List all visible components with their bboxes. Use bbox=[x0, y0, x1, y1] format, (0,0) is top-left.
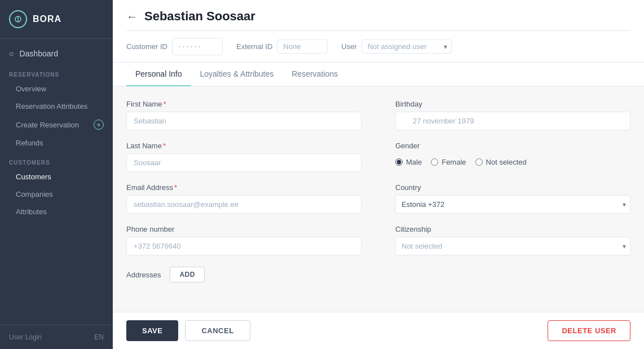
addresses-row: Addresses ADD bbox=[126, 267, 361, 282]
external-id-label: External ID bbox=[236, 42, 272, 51]
add-address-button[interactable]: ADD bbox=[170, 267, 205, 282]
gender-female-option[interactable]: Female bbox=[431, 158, 466, 166]
language-label[interactable]: EN bbox=[94, 333, 104, 341]
gender-male-option[interactable]: Male bbox=[395, 158, 422, 166]
gender-not-selected-radio[interactable] bbox=[475, 158, 483, 166]
first-name-field: First Name* bbox=[126, 100, 361, 130]
sidebar-item-dashboard[interactable]: ○ Dashboard bbox=[0, 43, 113, 64]
gender-female-label: Female bbox=[442, 158, 466, 166]
birthday-input[interactable] bbox=[395, 112, 630, 130]
footer-left: SAVE CANCEL bbox=[126, 320, 250, 341]
email-input[interactable] bbox=[126, 195, 361, 214]
gender-male-label: Male bbox=[406, 158, 422, 166]
country-select-wrapper: Estonia +372 ▾ bbox=[395, 195, 630, 214]
phone-label: Phone number bbox=[126, 225, 361, 233]
main-content: ← Sebastian Soosaar Customer ID External… bbox=[113, 0, 644, 349]
form-area: First Name* Birthday 📅 Last Name* bbox=[113, 86, 644, 312]
gender-female-radio[interactable] bbox=[431, 158, 438, 166]
sidebar-item-create-reservation[interactable]: Create Reservation + bbox=[0, 115, 113, 134]
sidebar-category-reservations: RESERVATIONS bbox=[0, 64, 113, 80]
citizenship-field: Citizenship Not selected ▾ bbox=[395, 225, 630, 255]
page-title: Sebastian Soosaar bbox=[144, 9, 255, 24]
gender-not-selected-option[interactable]: Not selected bbox=[475, 158, 527, 166]
delete-user-button[interactable]: DELETE USER bbox=[548, 320, 630, 341]
addresses-label: Addresses bbox=[126, 271, 161, 279]
logo-icon bbox=[9, 10, 27, 28]
tab-personal-info[interactable]: Personal Info bbox=[126, 63, 191, 86]
country-select[interactable]: Estonia +372 bbox=[395, 195, 630, 214]
sidebar-item-refunds[interactable]: Refunds bbox=[0, 134, 113, 152]
sidebar-category-customers: CUSTOMERS bbox=[0, 152, 113, 168]
sidebar: BORA ○ Dashboard RESERVATIONS Overview R… bbox=[0, 0, 113, 349]
country-label: Country bbox=[395, 183, 630, 192]
header-fields: Customer ID External ID User Not assigne… bbox=[126, 31, 630, 62]
logo-text: BORA bbox=[33, 14, 61, 24]
last-name-input[interactable] bbox=[126, 153, 361, 172]
save-button[interactable]: SAVE bbox=[126, 320, 178, 341]
user-field: User Not assigned user ▾ bbox=[341, 39, 451, 54]
customer-id-label: Customer ID bbox=[126, 42, 167, 51]
user-select-wrapper: Not assigned user ▾ bbox=[361, 39, 452, 54]
birthday-label: Birthday bbox=[395, 100, 630, 108]
gender-radio-group: Male Female Not selected bbox=[395, 153, 630, 171]
last-name-field: Last Name* bbox=[126, 142, 361, 172]
citizenship-select-wrapper: Not selected ▾ bbox=[395, 237, 630, 255]
user-login-label[interactable]: User Login bbox=[9, 333, 42, 341]
tabs-bar: Personal Info Loyalties & Attributes Res… bbox=[113, 63, 644, 86]
country-field: Country Estonia +372 ▾ bbox=[395, 183, 630, 214]
birthday-wrapper: 📅 bbox=[395, 112, 630, 130]
customer-id-input[interactable] bbox=[172, 38, 223, 55]
first-name-label: First Name* bbox=[126, 100, 361, 108]
user-select[interactable]: Not assigned user bbox=[361, 39, 452, 54]
customer-id-field: Customer ID bbox=[126, 38, 223, 55]
tab-reservations[interactable]: Reservations bbox=[283, 63, 347, 86]
form-grid: First Name* Birthday 📅 Last Name* bbox=[126, 100, 630, 282]
dashboard-icon: ○ bbox=[9, 49, 14, 58]
user-label: User bbox=[341, 42, 356, 51]
gender-field: Gender Male Female Not selected bbox=[395, 142, 630, 172]
sidebar-footer: User Login EN bbox=[0, 325, 113, 349]
email-label: Email Address* bbox=[126, 183, 361, 192]
last-name-label: Last Name* bbox=[126, 142, 361, 150]
sidebar-item-customers[interactable]: Customers bbox=[0, 168, 113, 185]
plus-icon: + bbox=[94, 120, 104, 130]
footer: SAVE CANCEL DELETE USER bbox=[113, 312, 644, 349]
page-header: ← Sebastian Soosaar Customer ID External… bbox=[113, 0, 644, 63]
external-id-field: External ID bbox=[236, 39, 328, 54]
gender-male-radio[interactable] bbox=[395, 158, 403, 166]
tab-loyalties-attributes[interactable]: Loyalties & Attributes bbox=[191, 63, 283, 86]
phone-field: Phone number bbox=[126, 225, 361, 255]
external-id-input[interactable] bbox=[277, 39, 328, 54]
page-title-row: ← Sebastian Soosaar bbox=[126, 0, 630, 31]
citizenship-select[interactable]: Not selected bbox=[395, 237, 630, 255]
gender-label: Gender bbox=[395, 142, 630, 150]
birthday-field: Birthday 📅 bbox=[395, 100, 630, 130]
citizenship-label: Citizenship bbox=[395, 225, 630, 233]
gender-not-selected-label: Not selected bbox=[486, 158, 527, 166]
sidebar-item-companies[interactable]: Companies bbox=[0, 185, 113, 203]
sidebar-item-overview[interactable]: Overview bbox=[0, 80, 113, 98]
first-name-input[interactable] bbox=[126, 112, 361, 130]
email-field: Email Address* bbox=[126, 183, 361, 214]
cancel-button[interactable]: CANCEL bbox=[185, 320, 250, 341]
sidebar-item-attributes[interactable]: Attributes bbox=[0, 203, 113, 220]
back-button[interactable]: ← bbox=[126, 10, 138, 23]
phone-input[interactable] bbox=[126, 237, 361, 255]
sidebar-navigation: ○ Dashboard RESERVATIONS Overview Reserv… bbox=[0, 39, 113, 325]
sidebar-logo: BORA bbox=[0, 0, 113, 39]
sidebar-item-reservation-attributes[interactable]: Reservation Attributes bbox=[0, 98, 113, 115]
